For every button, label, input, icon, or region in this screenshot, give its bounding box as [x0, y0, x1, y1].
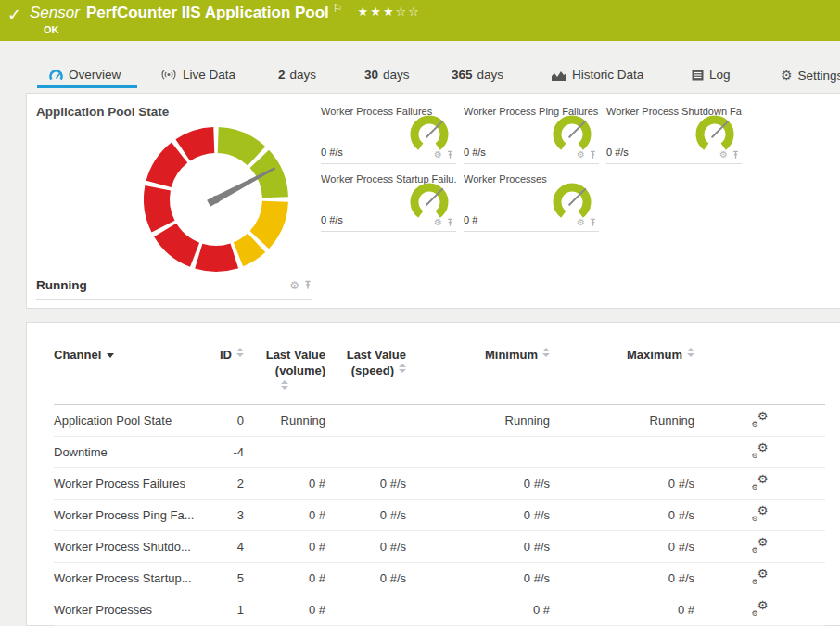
- mini-gauge-value: 0 #/s: [321, 147, 343, 158]
- mini-settings-gear-icon[interactable]: ⚙: [577, 218, 585, 227]
- table-row: Worker Processes 1 0 # 0 # 0 # ⚙ ⚙: [54, 594, 825, 626]
- cell-minimum: 0 #/s: [406, 508, 550, 522]
- active-tab-underline: [37, 85, 137, 88]
- channel-settings-gears-icon[interactable]: ⚙ ⚙: [752, 412, 769, 427]
- cell-last-value-volume: 0 #: [244, 508, 325, 522]
- cell-maximum: Running: [550, 414, 694, 428]
- mini-settings-gear-icon[interactable]: ⚙: [719, 150, 728, 160]
- cell-last-value-speed: 0 #/s: [325, 540, 406, 554]
- gauge-settings-gear-icon[interactable]: ⚙: [289, 280, 299, 291]
- cell-id: 3: [197, 508, 244, 522]
- cell-id: 0: [197, 414, 244, 428]
- column-header-maximum[interactable]: Maximum: [550, 347, 694, 363]
- sort-icon: [687, 348, 694, 357]
- mini-pin-icon[interactable]: [589, 218, 597, 227]
- cell-last-value-volume: 0 #: [244, 571, 325, 585]
- sort-icon: [542, 348, 550, 357]
- column-header-channel[interactable]: Channel: [54, 347, 197, 363]
- cell-last-value-volume: 0 #: [244, 603, 325, 617]
- mini-gauge-divider: [464, 163, 599, 164]
- mini-pin-icon[interactable]: [589, 150, 597, 160]
- cell-minimum: 0 #/s: [406, 540, 550, 554]
- mini-gauge-value: 0 #/s: [464, 147, 486, 158]
- mini-gauge-grid: Worker Process Failures 0 #/s ⚙ Worker P…: [321, 103, 742, 232]
- historic-data-icon: [552, 70, 566, 81]
- mini-pin-icon[interactable]: [446, 150, 454, 160]
- table-row: Worker Process Failures 2 0 # 0 #/s 0 #/…: [54, 468, 825, 500]
- cell-last-value-speed: 0 #/s: [325, 508, 406, 522]
- column-header-id[interactable]: ID: [197, 347, 244, 363]
- cell-id: 5: [197, 571, 244, 585]
- tab-days[interactable]: 30 days: [364, 68, 410, 82]
- prtg-sensor-page: ✓ SensorPerfCounter IIS Application Pool…: [0, 0, 840, 626]
- cell-id: 1: [197, 603, 244, 617]
- column-header-minimum[interactable]: Minimum: [406, 347, 550, 363]
- mini-gauge-panel: Worker Process Startup Failu... 0 #/s ⚙: [321, 171, 456, 232]
- cell-minimum: Running: [406, 414, 550, 428]
- cell-channel[interactable]: Worker Process Shutdo...: [54, 540, 197, 554]
- channel-settings-gears-icon[interactable]: ⚙ ⚙: [752, 538, 769, 553]
- gauge-footer-divider: [36, 299, 312, 300]
- mini-gauge-panel: Worker Process Shutdown Fa... 0 #/s ⚙: [606, 103, 742, 164]
- tab-days[interactable]: 365 days: [452, 68, 503, 82]
- cell-id: 4: [197, 540, 244, 554]
- mini-gauge-divider: [606, 163, 742, 164]
- mini-gauge-value: 0 #: [464, 214, 477, 225]
- channel-settings-gears-icon[interactable]: ⚙ ⚙: [752, 601, 769, 616]
- channel-settings-gears-icon[interactable]: ⚙ ⚙: [752, 475, 769, 490]
- cell-maximum: 0 #/s: [550, 508, 694, 522]
- sort-desc-icon: [107, 353, 114, 358]
- sensor-kind-label: Sensor: [30, 4, 80, 21]
- mini-pin-icon[interactable]: [732, 150, 740, 160]
- mini-gauge-divider: [464, 231, 599, 232]
- sort-icon: [281, 380, 288, 390]
- channel-table: Channel ID Last Value (volume) Last Valu…: [54, 347, 825, 626]
- table-row: Worker Process Startup... 5 0 # 0 #/s 0 …: [54, 563, 825, 594]
- mini-gauge-panel: Worker Processes 0 # ⚙: [464, 171, 599, 232]
- application-pool-state-gauge: [136, 120, 296, 279]
- tab-overview[interactable]: Overview: [49, 68, 121, 82]
- status-check-icon: ✓: [7, 5, 21, 24]
- cell-channel[interactable]: Worker Processes: [54, 603, 197, 617]
- channel-table-header: Channel ID Last Value (volume) Last Valu…: [54, 347, 825, 405]
- mini-gauge-divider: [321, 231, 456, 232]
- tab-settings[interactable]: ⚙ Settings: [781, 68, 840, 83]
- cell-channel[interactable]: Application Pool State: [54, 414, 197, 428]
- cell-channel[interactable]: Worker Process Ping Fa...: [54, 508, 197, 522]
- gauge-icon: [49, 69, 63, 81]
- main-gauge-value: Running: [36, 278, 289, 292]
- tab-bar: Overview Live Data 2 days 30 days 365 da…: [0, 56, 840, 90]
- flag-icon[interactable]: ⚐: [333, 2, 343, 15]
- cell-channel[interactable]: Worker Process Startup...: [54, 571, 197, 585]
- sensor-title: PerfCounter IIS Application Pool: [86, 4, 329, 21]
- channel-settings-gears-icon[interactable]: ⚙ ⚙: [752, 443, 769, 458]
- channel-settings-gears-icon[interactable]: ⚙ ⚙: [752, 506, 769, 521]
- cell-minimum: 0 #/s: [406, 477, 550, 491]
- mini-pin-icon[interactable]: [446, 218, 454, 227]
- cell-last-value-speed: 0 #/s: [325, 571, 406, 585]
- tab-days[interactable]: 2 days: [278, 68, 316, 82]
- settings-icon: ⚙: [781, 68, 793, 83]
- tab-live-data[interactable]: Live Data: [160, 68, 235, 82]
- status-badge: OK: [44, 24, 59, 35]
- mini-settings-gear-icon[interactable]: ⚙: [434, 218, 442, 227]
- cell-maximum: 0 #: [550, 603, 694, 617]
- tab-log[interactable]: Log: [692, 68, 731, 82]
- cell-channel[interactable]: Worker Process Failures: [54, 477, 197, 491]
- cell-id: -4: [197, 445, 244, 459]
- tab-historic-data[interactable]: Historic Data: [552, 68, 643, 82]
- column-header-last-value-speed[interactable]: Last Value (speed): [325, 347, 406, 378]
- gauge-pin-icon[interactable]: [303, 280, 312, 290]
- sort-icon: [399, 364, 406, 373]
- mini-settings-gear-icon[interactable]: ⚙: [434, 150, 442, 160]
- channel-settings-gears-icon[interactable]: ⚙ ⚙: [752, 569, 769, 584]
- cell-id: 2: [197, 477, 244, 491]
- priority-stars[interactable]: ★★★☆☆: [358, 5, 421, 19]
- mini-settings-gear-icon[interactable]: ⚙: [577, 150, 585, 160]
- mini-gauge-panel: Worker Process Failures 0 #/s ⚙: [321, 103, 456, 164]
- column-header-last-value-volume[interactable]: Last Value (volume): [244, 347, 325, 395]
- gauges-panel: Application Pool State Running ⚙ Worker …: [26, 93, 840, 309]
- sensor-header: ✓ SensorPerfCounter IIS Application Pool…: [0, 0, 840, 41]
- cell-channel[interactable]: Downtime: [54, 445, 197, 459]
- channel-table-panel: Channel ID Last Value (volume) Last Valu…: [26, 322, 840, 626]
